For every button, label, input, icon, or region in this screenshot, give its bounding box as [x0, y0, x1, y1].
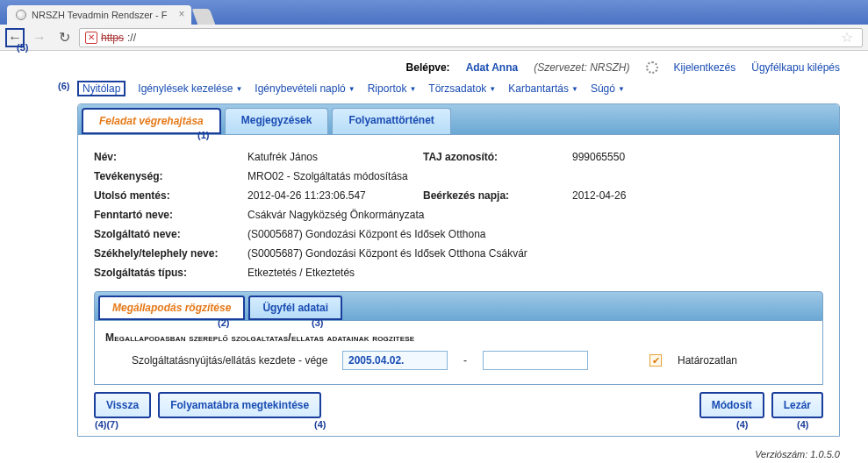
- label-service-type: Szolgáltatás típus:: [94, 267, 247, 279]
- label-taj: TAJ azonosító:: [423, 151, 572, 163]
- logged-label: Belépve:: [406, 61, 450, 74]
- subtab-agreement[interactable]: Megállapodás rögzítése: [98, 296, 245, 320]
- value-site: (S0005687) Gondozási Központ és Idősek O…: [247, 247, 823, 260]
- user-name: Adat Anna: [466, 61, 519, 74]
- menu-master-data[interactable]: Törzsadatok▼: [428, 81, 496, 96]
- input-end-date[interactable]: [483, 351, 588, 370]
- label-provider: Szolgáltató neve:: [94, 228, 247, 240]
- modify-button[interactable]: Módosít: [699, 392, 764, 418]
- label-last-save: Utolsó mentés:: [94, 189, 247, 202]
- subtab-body: Megallapodasban szereplő szolgaltatas/el…: [94, 321, 823, 385]
- main-menu: Nyitólap Igénylések kezelése▼ Igénybevét…: [77, 79, 840, 103]
- subtabs-panel: Megállapodás rögzítése Ügyfél adatai Meg…: [94, 291, 823, 385]
- value-service-type: Etkeztetés / Etkeztetés: [247, 267, 823, 279]
- value-activity: MRO02 - Szolgáltatás módosítása: [247, 170, 823, 182]
- address-bar-row: ← → ↻ ✕ https :// ☆: [0, 25, 868, 51]
- label-service-period: Szolgáltatásnyújtás/ellátás kezdete - vé…: [105, 354, 334, 367]
- reload-button[interactable]: ↻: [54, 28, 74, 47]
- task-body: Név: Katufrék János TAJ azonosító: 99906…: [78, 134, 839, 436]
- insecure-icon: ✕: [85, 32, 97, 44]
- value-name: Katufrék János: [247, 151, 423, 163]
- url-scheme: https: [101, 32, 124, 44]
- task-panel: Feladat végrehajtása Megjegyzések Folyam…: [77, 103, 840, 437]
- checkbox-indefinite[interactable]: ✔: [649, 354, 662, 367]
- action-bar: Vissza Folyamatábra megtekintése Módosít…: [94, 392, 823, 418]
- section-heading: Megallapodasban szereplő szolgaltatas/el…: [105, 331, 812, 344]
- menu-home[interactable]: Nyitólap: [77, 81, 126, 96]
- version-label: Verziószám: 1.0.5.0: [755, 449, 840, 459]
- label-received: Beérkezés napja:: [423, 189, 572, 202]
- url-rest: ://: [127, 32, 136, 44]
- value-taj: 999065550: [572, 151, 625, 163]
- tab-title: NRSZH Tevadmin Rendszer - F: [32, 10, 167, 20]
- back-button-form[interactable]: Vissza: [94, 392, 151, 418]
- menu-requests[interactable]: Igénylések kezelése▼: [138, 81, 242, 96]
- browser-tab[interactable]: NRSZH Tevadmin Rendszer - F ×: [7, 5, 191, 25]
- main-tabs: Feladat végrehajtása Megjegyzések Folyam…: [78, 104, 839, 134]
- tab-task-exec[interactable]: Feladat végrehajtása: [82, 108, 221, 134]
- tab-history[interactable]: Folyamattörténet: [332, 108, 450, 134]
- menu-usage-log[interactable]: Igénybevételi napló▼: [255, 81, 355, 96]
- menu-maintenance[interactable]: Karbantartás▼: [508, 81, 578, 96]
- view-flowchart-button[interactable]: Folyamatábra megtekintése: [158, 392, 321, 418]
- user-header: Belépve: Adat Anna (Szervezet: NRSZH) Ki…: [77, 58, 840, 79]
- label-maintainer: Fenntartó neve:: [94, 209, 247, 221]
- forward-button[interactable]: →: [30, 28, 49, 47]
- service-period-row: Szolgáltatásnyújtás/ellátás kezdete - vé…: [105, 351, 812, 370]
- label-indefinite: Határozatlan: [678, 354, 737, 367]
- address-bar[interactable]: ✕ https :// ☆: [79, 28, 863, 47]
- menu-help[interactable]: Súgó▼: [591, 81, 625, 96]
- menu-reports[interactable]: Riportok▼: [368, 81, 417, 96]
- gate-logout-link[interactable]: Ügyfélkapu kilépés: [751, 61, 840, 74]
- label-name: Név:: [94, 151, 247, 163]
- label-site: Székhely/telephely neve:: [94, 247, 247, 260]
- spinner-icon: [646, 61, 658, 74]
- bookmark-icon[interactable]: ☆: [841, 29, 853, 46]
- value-received: 2012-04-26: [572, 189, 626, 202]
- input-start-date[interactable]: [342, 351, 448, 370]
- value-provider: (S0005687) Gondozási Központ és Idősek O…: [247, 228, 823, 240]
- sub-tabs: Megállapodás rögzítése Ügyfél adatai: [94, 291, 823, 321]
- date-separator: -: [456, 354, 474, 367]
- browser-tab-bar: NRSZH Tevadmin Rendszer - F ×: [0, 0, 868, 25]
- org-label: (Szervezet: NRSZH): [534, 61, 629, 74]
- back-button[interactable]: ←: [5, 28, 25, 47]
- tab-comments[interactable]: Megjegyzések: [225, 108, 329, 134]
- value-last-save: 2012-04-26 11:23:06.547: [247, 189, 423, 202]
- globe-icon: [16, 10, 26, 20]
- subtab-client-data[interactable]: Ügyfél adatai: [248, 296, 342, 320]
- close-icon[interactable]: ×: [178, 9, 184, 19]
- logout-link[interactable]: Kijelentkezés: [674, 61, 736, 74]
- close-task-button[interactable]: Lezár: [771, 392, 823, 418]
- new-tab-button[interactable]: [192, 9, 216, 25]
- label-activity: Tevékenység:: [94, 170, 247, 182]
- value-maintainer: Csákvár Nagyközség Önkormányzata: [247, 209, 823, 221]
